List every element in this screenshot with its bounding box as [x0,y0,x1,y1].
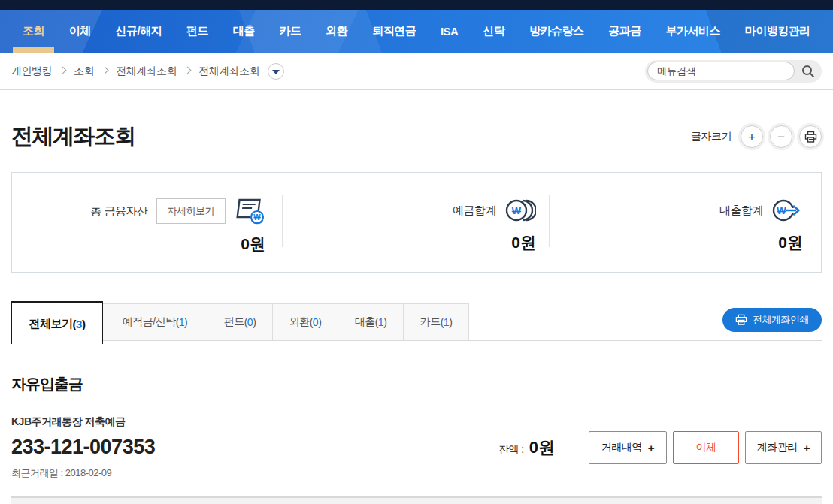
svg-text:₩: ₩ [777,205,786,216]
tab-label: 대출 [355,315,375,329]
won-arrow-icon: ₩ [771,197,803,224]
menu-search-input[interactable] [647,62,795,80]
print-all-label: 전체계좌인쇄 [753,313,809,327]
tab-count: 1 [441,316,453,328]
balance-label: 잔액 : [498,443,524,457]
asset-summary-box: 총 금융자산 자세히보기 ₩ 0원 예금합계 [11,172,822,273]
deposit-total-label: 예금합계 [453,204,496,218]
loan-total-label: 대출합계 [719,204,763,218]
tab-label: 펀드 [224,315,244,329]
tab-label: 전체보기 [29,317,73,331]
tab-count: 0 [310,316,322,328]
tab-label: 예적금/신탁 [123,315,176,329]
svg-text:₩: ₩ [253,213,261,222]
nav-item-transfer[interactable]: 이체 [69,10,91,53]
tab-label: 외환 [289,315,310,329]
tab-savings-trust[interactable]: 예적금/신탁1 [102,303,207,340]
summary-total-assets: 총 금융자산 자세히보기 ₩ 0원 [12,173,283,272]
nav-item-retirement[interactable]: 퇴직연금 [372,10,416,53]
search-icon [801,65,815,78]
svg-text:₩: ₩ [512,205,522,216]
breadcrumb-current[interactable]: 전체계좌조회 [198,65,259,78]
account-number: 233-121-007353 [11,436,155,459]
tab-count: 3 [73,318,86,330]
nav-item-bancassurance[interactable]: 방카슈랑스 [529,10,584,53]
font-increase-button[interactable]: + [741,125,763,148]
summary-loan-total: 대출합계 ₩ 0원 [550,173,821,272]
breadcrumb-inquiry[interactable]: 조회 [74,65,94,78]
font-decrease-button[interactable]: − [770,125,792,148]
tab-card[interactable]: 카드1 [403,303,469,340]
button-label: 이체 [696,441,716,454]
nav-item-inquiry[interactable]: 조회 [23,10,44,53]
chevron-down-icon [272,70,280,74]
account-last-transaction-date: 최근거래일 : 2018-02-09 [11,466,155,480]
tab-count: 1 [375,316,387,328]
nav-item-loan[interactable]: 대출 [233,10,255,53]
nav-item-mybanking[interactable]: 마이뱅킹관리 [745,10,810,53]
font-size-label: 글자크기 [691,130,732,143]
print-page-button[interactable] [799,125,822,148]
tab-fund[interactable]: 펀드0 [207,303,273,340]
button-label: 거래내역 [601,441,642,454]
breadcrumb: 개인뱅킹 조회 전체계좌조회 전체계좌조회 [11,63,284,80]
account-row: KJB주거래통장 저축예금 233-121-007353 최근거래일 : 201… [11,415,822,480]
page-title: 전체계좌조회 [11,122,135,152]
account-info: KJB주거래통장 저축예금 233-121-007353 최근거래일 : 201… [11,415,155,480]
transfer-button[interactable]: 이체 [673,431,739,464]
search-button[interactable] [801,65,815,78]
top-utility-bar [0,0,833,10]
title-row: 전체계좌조회 글자크기 + − [11,122,822,152]
next-section-divider [11,496,822,504]
nav-item-extra-services[interactable]: 부가서비스 [666,10,721,53]
breadcrumb-dropdown-button[interactable] [268,63,284,80]
printer-icon [804,131,817,143]
nav-item-utility-bill[interactable]: 공과금 [608,10,641,53]
tab-count: 1 [176,316,188,328]
printer-icon [735,314,747,326]
chevron-right-icon [184,67,192,74]
tab-loan[interactable]: 대출1 [338,303,404,340]
nav-item-forex[interactable]: 외환 [326,10,347,53]
nav-item-card[interactable]: 카드 [280,10,301,53]
nav-item-new-close[interactable]: 신규/해지 [116,10,162,53]
chevron-right-icon [59,67,67,74]
account-balance: 잔액 : 0원 [498,436,555,459]
section-title-demand-deposit: 자유입출금 [11,374,822,394]
breadcrumb-home[interactable]: 개인뱅킹 [11,65,52,78]
tab-label: 카드 [420,315,441,329]
passbook-won-icon: ₩ [234,197,265,225]
account-manage-button[interactable]: 계좌관리 + [745,431,822,464]
loan-total-amount: 0원 [778,232,803,253]
transaction-history-button[interactable]: 거래내역 + [589,431,667,464]
view-details-button[interactable]: 자세히보기 [156,198,226,224]
tab-count: 0 [244,316,256,328]
tab-all-accounts[interactable]: 전체보기3 [11,301,103,344]
nav-item-fund[interactable]: 펀드 [186,10,208,53]
breadcrumb-row: 개인뱅킹 조회 전체계좌조회 전체계좌조회 [0,53,833,90]
account-tabs: 전체보기3 예적금/신탁1 펀드0 외환0 대출1 카드1 전체계좌인쇄 [11,302,822,341]
breadcrumb-all-accounts[interactable]: 전체계좌조회 [116,65,177,78]
button-label: 계좌관리 [757,441,798,454]
nav-item-trust[interactable]: 신탁 [483,10,504,53]
plus-icon: + [648,442,654,454]
coins-icon: ₩ [504,197,536,224]
total-assets-label: 총 금융자산 [90,204,147,219]
summary-deposit-total: 예금합계 ₩ 0원 [283,173,550,272]
global-nav: 조회 이체 신규/해지 펀드 대출 카드 외환 퇴직연금 ISA 신탁 방카슈랑… [0,10,833,53]
menu-search [645,60,822,83]
plus-icon: + [804,442,810,454]
chevron-right-icon [101,67,109,74]
font-size-controls: 글자크기 + − [691,125,822,148]
print-all-accounts-button[interactable]: 전체계좌인쇄 [722,308,822,332]
account-actions: 잔액 : 0원 거래내역 + 이체 계좌관리 + [498,431,822,464]
nav-item-isa[interactable]: ISA [441,10,459,53]
deposit-total-amount: 0원 [511,232,536,253]
balance-amount: 0원 [529,436,555,459]
account-product-name: KJB주거래통장 저축예금 [11,415,155,429]
tab-forex[interactable]: 외환0 [272,303,338,340]
total-assets-amount: 0원 [241,234,265,255]
